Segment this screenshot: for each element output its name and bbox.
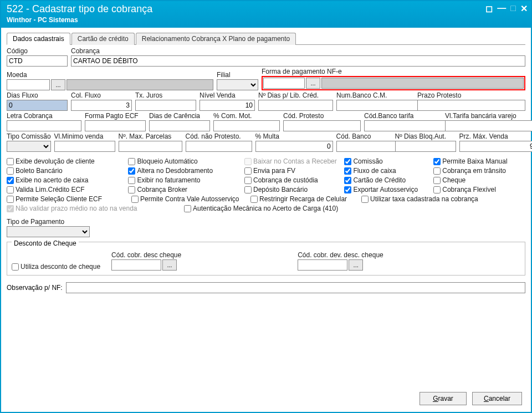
checkbox-label: Bloqueio Automático	[137, 157, 197, 165]
checkbox-cobran-a-de-cust-dia[interactable]	[244, 177, 252, 184]
filial-select[interactable]	[217, 79, 258, 90]
checkbox-label: Permite Baixa Manual	[442, 157, 507, 165]
cod-dev-cheque-lookup-button[interactable]: ...	[349, 259, 363, 271]
checkbox-exportar-autosservi-o[interactable]	[344, 186, 351, 193]
nivel-venda-input[interactable]	[200, 100, 255, 111]
num-banco-input[interactable]	[336, 100, 424, 111]
checkbox-permite-contra-vale-autosservi-o[interactable]	[131, 196, 139, 203]
max-parcelas-input[interactable]	[119, 141, 182, 152]
max-parcelas-label: Nº. Max. Parcelas	[119, 132, 182, 140]
cod-protesto-label: Cód. Protesto	[283, 112, 361, 120]
cod-desc-cheque-label: Cód. cobr. desc cheque	[111, 251, 181, 259]
checkbox-cobran-a-flex-vel[interactable]	[433, 186, 441, 193]
prz-max-label: Prz. Máx. Venda	[459, 132, 532, 140]
cod-banco-tarifa-input[interactable]	[364, 120, 452, 131]
checkbox-grid: Exibe devolução de clienteBloqueio Autom…	[7, 157, 525, 212]
checkbox-dep-sito-banc-rio[interactable]	[244, 186, 252, 193]
checkbox-label: Restringir Recarga de Celular	[259, 195, 347, 203]
checkbox-label: Exibe no acerto de caixa	[16, 176, 88, 184]
checkbox-cobran-a-em-tr-nsito[interactable]	[433, 167, 441, 175]
checkbox-label: Comissão	[353, 157, 382, 165]
checkbox-envia-para-fv[interactable]	[244, 167, 252, 175]
dias-fluxo-input[interactable]	[7, 100, 68, 111]
letra-label: Letra Cobrança	[7, 112, 81, 120]
checkbox-label: Cobrança de custódia	[253, 176, 318, 184]
window-title: 522 - Cadastrar tipo de cobrança	[7, 3, 525, 15]
tx-juros-input[interactable]	[135, 100, 196, 111]
letra-input[interactable]	[7, 120, 81, 131]
checkbox-permite-sele-o-cliente-ecf[interactable]	[7, 196, 14, 203]
tab-cartao-credito[interactable]: Cartão de crédito	[71, 33, 135, 45]
checkbox-label: Não validar prazo médio no ato na venda	[16, 205, 137, 212]
col-fluxo-input[interactable]	[71, 100, 132, 111]
forma-nfe-lookup-button[interactable]: ...	[306, 78, 320, 89]
edit-icon[interactable]: ◻	[485, 3, 493, 14]
multa-input[interactable]	[255, 141, 333, 152]
checkbox-boleto-banc-rio[interactable]	[7, 167, 14, 175]
multa-label: % Multa	[255, 132, 333, 140]
com-mot-input[interactable]	[213, 120, 280, 131]
checkbox-altera-no-desdobramento[interactable]	[128, 167, 135, 175]
checkbox-bloqueio-autom-tico[interactable]	[128, 158, 135, 165]
tab-relacionamento[interactable]: Relacionamento Cobrança X Plano de pagam…	[136, 33, 296, 45]
checkbox-label: Boleto Bancário	[16, 167, 63, 175]
cod-desc-cheque-lookup-button[interactable]: ...	[162, 259, 177, 271]
checkbox-restringir-recarga-de-celular[interactable]	[250, 196, 258, 203]
cod-nao-protesto-input[interactable]	[186, 141, 252, 152]
vl-tarifa-input[interactable]	[445, 120, 532, 131]
checkbox-exibe-devolu-o-de-cliente[interactable]	[7, 158, 14, 165]
com-mot-label: % Com. Mot.	[213, 112, 280, 120]
cod-dev-cheque-input[interactable]	[298, 259, 347, 271]
checkbox-label: Cobrança em trânsito	[442, 167, 506, 175]
checkbox-exibe-no-acerto-de-caixa[interactable]	[7, 177, 14, 184]
checkbox-autentica-o-mec-nica-no-acerto-de-carga-410-[interactable]	[184, 205, 191, 212]
checkbox-cobran-a-broker[interactable]	[128, 186, 135, 193]
checkbox-fluxo-de-caixa[interactable]	[344, 167, 351, 175]
forma-ecf-input[interactable]	[85, 120, 146, 131]
checkbox-cart-o-de-cr-dito[interactable]	[344, 177, 351, 184]
prazo-protesto-input[interactable]	[417, 100, 525, 111]
tab-dados-cadastrais[interactable]: Dados cadastrais	[7, 33, 70, 45]
cobranca-input[interactable]	[71, 55, 525, 67]
dias-bloq-input[interactable]	[395, 141, 456, 152]
moeda-code-input[interactable]	[7, 79, 50, 90]
checkbox-comiss-o[interactable]	[344, 158, 351, 165]
forma-ecf-label: Forma Pagto ECF	[85, 112, 146, 120]
cod-desc-cheque-input[interactable]	[111, 259, 161, 271]
maximize-icon[interactable]: □	[510, 3, 516, 14]
tipo-pagamento-select[interactable]	[7, 226, 90, 237]
obs-input[interactable]	[66, 282, 525, 293]
checkbox-cheque[interactable]	[433, 177, 441, 184]
cod-protesto-input[interactable]	[283, 120, 361, 131]
cancelar-button[interactable]: Cancelar	[472, 392, 522, 405]
forma-nfe-code-input[interactable]	[263, 78, 305, 89]
close-icon[interactable]: ✕	[520, 3, 528, 14]
checkbox-utilizar-taxa-cadastrada-na-cobran-a[interactable]	[361, 196, 369, 203]
checkbox-label: Permite Contra Vale Autosserviço	[140, 195, 239, 203]
checkbox-label: Autenticação Mecânica no Acerto de Carga…	[193, 205, 338, 212]
checkbox-permite-baixa-manual[interactable]	[433, 158, 441, 165]
checkbox-label: Cartão de Crédito	[353, 176, 406, 184]
tx-juros-label: Tx. Juros	[135, 91, 196, 99]
moeda-lookup-button[interactable]: ...	[51, 79, 65, 90]
tipo-comissao-select[interactable]	[7, 141, 51, 152]
checkbox-label: Cobrança Broker	[137, 186, 187, 193]
checkbox-label: Fluxo de caixa	[353, 167, 396, 175]
utiliza-desconto-checkbox[interactable]	[12, 263, 19, 271]
num-banco-label: Num.Banco C.M.	[336, 91, 414, 99]
moeda-label: Moeda	[7, 71, 213, 79]
codigo-label: Código	[7, 47, 68, 55]
dias-carencia-input[interactable]	[149, 120, 210, 131]
codigo-input[interactable]	[7, 55, 68, 67]
checkbox-label: Valida Lim.Crédito ECF	[16, 186, 85, 193]
minimize-icon[interactable]: —	[497, 3, 506, 14]
prz-max-input[interactable]	[459, 141, 532, 152]
gravar-button[interactable]: Gravar	[420, 392, 467, 405]
checkbox-exibir-no-faturamento[interactable]	[128, 177, 135, 184]
tipo-comissao-label: Tipo Comissão	[7, 132, 51, 140]
prazo-protesto-label: Prazo Protesto	[417, 91, 525, 99]
checkbox-valida-lim-cr-dito-ecf[interactable]	[7, 186, 14, 193]
vl-minimo-input[interactable]	[54, 141, 115, 152]
dias-lib-input[interactable]	[258, 100, 333, 111]
dias-lib-label: Nº Dias p/ Lib. Créd.	[258, 91, 333, 99]
